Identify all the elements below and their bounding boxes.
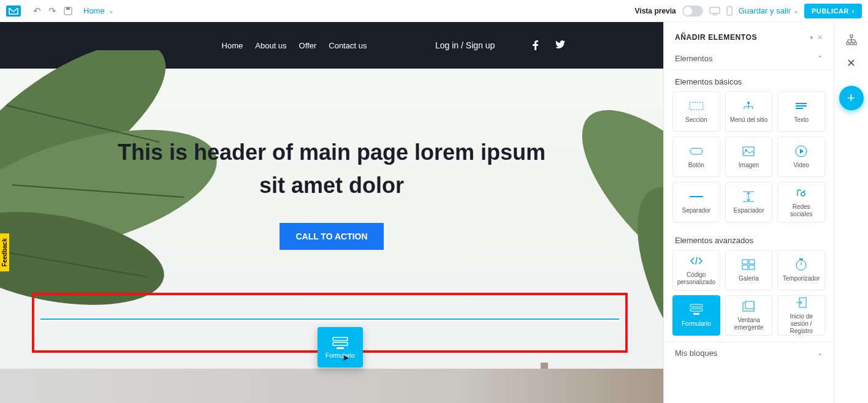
facebook-icon[interactable]	[533, 40, 538, 50]
publish-label: PUBLICAR	[812, 7, 849, 15]
card-label: Espaciador	[731, 207, 766, 214]
feedback-tab[interactable]: Feedback	[0, 233, 9, 271]
svg-rect-1	[66, 7, 70, 10]
element-card-menu[interactable]: Menú del sitio	[725, 91, 773, 132]
svg-rect-4	[727, 7, 732, 15]
svg-rect-37	[742, 265, 748, 269]
cta-button[interactable]: CALL TO ACTION	[280, 223, 383, 250]
element-card-button[interactable]: Botón	[672, 137, 720, 177]
social-icons	[533, 40, 565, 50]
card-label: Separador	[679, 207, 713, 214]
svg-rect-2	[710, 7, 720, 13]
element-card-gallery[interactable]: Galería	[725, 250, 773, 290]
element-card-form[interactable]: Formulario	[672, 295, 720, 336]
svg-rect-50	[850, 42, 853, 45]
element-card-login[interactable]: Inicio de sesión / Registro	[777, 295, 825, 336]
element-card-social[interactable]: Redes sociales	[777, 182, 825, 222]
element-card-section[interactable]: Sección	[672, 91, 720, 132]
menu-icon	[742, 99, 755, 113]
section-icon	[689, 99, 704, 113]
svg-rect-36	[749, 260, 755, 264]
top-toolbar: ↶ ↷ Home ⌄ Vista previa Guardar y salir …	[0, 0, 868, 22]
nav-link[interactable]: Contact us	[329, 41, 367, 50]
mobile-icon[interactable]	[726, 6, 733, 16]
form-icon	[689, 303, 704, 317]
chevron-up-icon: ⌃	[817, 55, 823, 62]
svg-rect-42	[690, 304, 702, 307]
right-rail: ✕ +	[834, 22, 868, 403]
redo-icon[interactable]: ↷	[48, 6, 56, 17]
structure-icon[interactable]	[846, 34, 857, 45]
nav-link[interactable]: About us	[255, 41, 286, 50]
canvas-area[interactable]: Feedback Home About us Offer Contact us …	[0, 22, 663, 403]
cursor-icon: ➤	[342, 353, 349, 363]
elements-accordion[interactable]: Elementos ⌃	[664, 48, 834, 70]
element-card-image[interactable]: Imagen	[725, 137, 773, 177]
svg-rect-14	[333, 337, 348, 341]
chevron-down-icon: ⌄	[817, 349, 823, 357]
minimize-icon[interactable]: ▾	[810, 34, 813, 42]
element-card-timer[interactable]: Temporizador	[777, 250, 825, 290]
element-card-separator[interactable]: Separador	[672, 182, 720, 222]
page-canvas[interactable]: Home About us Offer Contact us Log in / …	[0, 22, 663, 403]
myblocks-accordion[interactable]: Mis bloques ⌄	[664, 342, 834, 364]
element-card-popup[interactable]: Ventana emergente	[725, 295, 773, 336]
element-card-video[interactable]: Video	[777, 137, 825, 177]
twitter-icon[interactable]	[555, 40, 565, 50]
nav-link[interactable]: Offer	[299, 41, 317, 50]
text-icon	[796, 99, 807, 113]
code-icon	[690, 254, 703, 268]
card-label: Formulario	[679, 320, 714, 328]
preview-toggle[interactable]	[682, 6, 703, 17]
element-card-text[interactable]: Texto	[777, 91, 825, 132]
accordion-label: Elementos	[675, 54, 817, 63]
card-label: Ventana emergente	[726, 317, 772, 331]
svg-rect-49	[847, 42, 849, 45]
timer-icon	[796, 258, 807, 271]
svg-rect-35	[742, 260, 748, 264]
hero-heading[interactable]: This is header of main page lorem ipsum …	[117, 136, 546, 202]
gallery-icon	[742, 258, 755, 271]
svg-rect-51	[854, 42, 856, 45]
svg-point-18	[747, 102, 750, 104]
separator-icon	[690, 190, 703, 203]
publish-button[interactable]: PUBLICAR ›	[804, 4, 862, 18]
nav-link[interactable]: Home	[222, 41, 243, 50]
add-element-button[interactable]: +	[839, 86, 864, 110]
save-icon[interactable]	[64, 7, 72, 15]
accordion-label: Mis bloques	[675, 348, 817, 358]
close-rail-icon[interactable]: ✕	[847, 56, 856, 70]
close-icon[interactable]: ✕	[817, 34, 823, 42]
svg-rect-16	[337, 347, 344, 349]
form-icon	[332, 336, 349, 350]
app-logo[interactable]	[6, 6, 21, 17]
save-exit-label: Guardar y salir	[739, 6, 791, 15]
basic-elements-grid: Sección Menú del sitio Texto Botón Image…	[664, 91, 834, 228]
video-icon	[795, 145, 807, 158]
preview-label: Vista previa	[635, 7, 676, 15]
card-label: Redes sociales	[778, 203, 824, 218]
svg-rect-27	[690, 148, 702, 154]
page-selector[interactable]: Home ⌄	[83, 6, 113, 15]
svg-rect-43	[690, 309, 702, 311]
desktop-icon[interactable]	[709, 7, 720, 15]
arrow-right-icon: ›	[852, 7, 855, 15]
drag-ghost-formulario: Formulario	[318, 327, 363, 367]
chevron-down-icon: ⌄	[108, 7, 113, 14]
drop-guide-line	[40, 318, 619, 320]
undo-icon[interactable]: ↶	[33, 6, 41, 17]
card-label: Galería	[736, 275, 761, 282]
panel-header: AÑADIR ELEMENTOS ▾ ✕	[664, 22, 834, 48]
login-icon	[796, 296, 807, 309]
element-card-spacer[interactable]: Espaciador	[725, 182, 773, 222]
card-label: Inicio de sesión / Registro	[778, 313, 824, 335]
save-exit-button[interactable]: Guardar y salir ⌄	[739, 6, 798, 15]
element-card-code[interactable]: Código personalizado	[672, 250, 720, 290]
card-label: Temporizador	[780, 275, 823, 282]
advanced-elements-grid: Código personalizado Galería Temporizado…	[664, 250, 834, 342]
card-label: Video	[791, 162, 811, 169]
svg-rect-44	[693, 313, 699, 315]
auth-link[interactable]: Log in / Sign up	[435, 40, 495, 50]
elements-sidebar: AÑADIR ELEMENTOS ▾ ✕ Elementos ⌃ Element…	[663, 22, 834, 403]
svg-rect-38	[749, 265, 755, 269]
